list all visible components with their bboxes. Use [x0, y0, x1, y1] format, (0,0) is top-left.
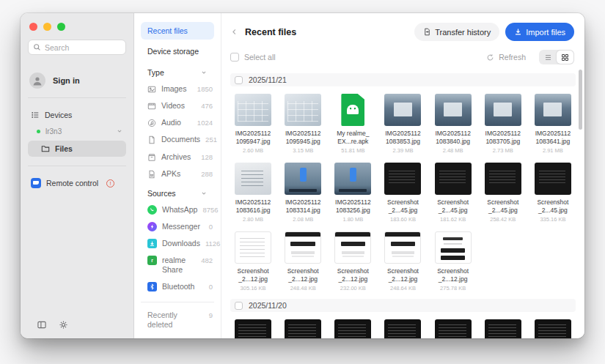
date-checkbox[interactable]: [235, 302, 243, 310]
file-card[interactable]: [530, 319, 576, 338]
file-card[interactable]: [230, 319, 276, 338]
source-item-messenger[interactable]: Messenger 0: [141, 218, 214, 235]
sidebar-item-remote-control[interactable]: Remote control !: [28, 175, 126, 191]
app-window: Sign in Devices lr3n3 Files Remote contr…: [21, 13, 584, 338]
thumbnail[interactable]: [334, 163, 371, 195]
search-input[interactable]: [45, 43, 121, 52]
refresh-label[interactable]: Refresh: [499, 53, 526, 62]
toggle-sidebar-icon[interactable]: [37, 320, 47, 330]
thumbnail[interactable]: [285, 231, 321, 264]
thumbnail[interactable]: [485, 319, 521, 338]
thumbnail[interactable]: [435, 231, 472, 264]
transfer-history-button[interactable]: Transfer history: [414, 23, 499, 41]
sign-in-button[interactable]: Sign in: [29, 73, 125, 89]
file-card[interactable]: [480, 319, 526, 338]
thumbnail[interactable]: [435, 163, 472, 195]
file-card[interactable]: Screenshot _2...12.jpg 248.48 KB: [280, 231, 326, 291]
thumbnail[interactable]: [485, 94, 521, 126]
source-item-whatsapp[interactable]: WhatsApp 8756: [141, 201, 214, 218]
type-item-documents[interactable]: Documents 251: [141, 131, 214, 148]
file-size: 258.42 KB: [490, 216, 516, 223]
file-card[interactable]: My realme_ EX...re.apk 51.81 MB: [330, 94, 375, 154]
scrollbar[interactable]: [579, 70, 582, 130]
thumbnail[interactable]: [235, 163, 271, 195]
file-card[interactable]: [330, 319, 375, 338]
file-card[interactable]: IMG2025112 1083616.jpg 2.80 MB: [230, 163, 276, 223]
file-card[interactable]: [380, 319, 425, 338]
list-view-button[interactable]: [540, 51, 557, 64]
file-card[interactable]: IMG2025112 1083705.jpg 2.73 MB: [480, 94, 526, 154]
thumbnail[interactable]: [341, 94, 364, 126]
file-card[interactable]: Screenshot _2...45.jpg 335.16 KB: [530, 163, 576, 223]
source-item-realme-share[interactable]: r realme Share 482: [141, 252, 214, 278]
thumbnail[interactable]: [535, 163, 571, 195]
close-button[interactable]: [29, 23, 37, 31]
thumbnail[interactable]: [384, 319, 421, 338]
file-card[interactable]: IMG2025112 1095945.jpg 3.15 MB: [280, 94, 326, 154]
thumbnail[interactable]: [285, 163, 321, 195]
type-item-archives[interactable]: Archives 128: [141, 149, 214, 166]
thumbnail[interactable]: [535, 94, 571, 126]
thumbnail[interactable]: [235, 94, 271, 126]
thumbnail[interactable]: [334, 231, 371, 264]
zoom-button[interactable]: [57, 23, 65, 31]
thumbnail[interactable]: [285, 319, 321, 338]
thumbnail[interactable]: [285, 94, 321, 126]
file-card[interactable]: Screenshot _2...12.jpg 248.64 KB: [380, 231, 425, 291]
select-all-checkbox[interactable]: [230, 53, 239, 62]
nav-item-recent-files[interactable]: Recent files: [141, 22, 214, 40]
thumbnail[interactable]: [235, 231, 271, 264]
thumbnail[interactable]: [384, 94, 421, 126]
file-card[interactable]: IMG2025112 1083314.jpg 2.08 MB: [280, 163, 326, 223]
gear-icon[interactable]: [59, 320, 68, 330]
type-item-audio[interactable]: Audio 1024: [141, 114, 214, 131]
type-icon: [147, 85, 156, 94]
search-box[interactable]: [28, 40, 126, 55]
source-item-bluetooth[interactable]: Bluetooth 0: [141, 278, 214, 295]
minimize-button[interactable]: [43, 23, 51, 31]
file-card[interactable]: IMG2025112 1095947.jpg 2.60 MB: [230, 94, 276, 154]
date-checkbox[interactable]: [235, 76, 243, 84]
file-card[interactable]: IMG2025112 1083853.jpg 2.39 MB: [380, 94, 425, 154]
thumbnail[interactable]: [334, 319, 371, 338]
thumbnail[interactable]: [435, 319, 472, 338]
sidebar-item-files[interactable]: Files: [28, 141, 126, 157]
type-item-videos[interactable]: Videos 476: [141, 97, 214, 114]
file-size: 335.16 KB: [540, 216, 565, 223]
thumbnail[interactable]: [384, 163, 421, 195]
file-card[interactable]: Screenshot _2...45.jpg 258.42 KB: [480, 163, 526, 223]
file-card[interactable]: [280, 319, 326, 338]
nav-item-device-storage[interactable]: Device storage: [141, 41, 214, 62]
nav-section-type[interactable]: Type: [141, 62, 214, 81]
nav-section-sources[interactable]: Sources: [141, 182, 214, 201]
thumbnail[interactable]: [235, 319, 271, 338]
file-size: 181.62 KB: [440, 216, 466, 223]
file-card[interactable]: [430, 319, 476, 338]
import-files-button[interactable]: Import files: [505, 23, 574, 41]
sidebar-item-devices[interactable]: Devices: [28, 107, 126, 123]
file-card[interactable]: IMG2025112 1083256.jpg 1.80 MB: [330, 163, 375, 223]
type-item-images[interactable]: Images 1850: [141, 81, 214, 97]
type-icon: [147, 119, 156, 127]
source-count: 482: [201, 256, 213, 264]
device-item[interactable]: lr3n3: [28, 123, 126, 139]
source-item-downloads[interactable]: Downloads 1126: [141, 235, 214, 252]
thumbnail[interactable]: [435, 94, 472, 126]
thumbnail[interactable]: [485, 163, 521, 195]
file-card[interactable]: Screenshot _2...45.jpg 183.60 KB: [380, 163, 425, 223]
chevron-down-icon[interactable]: [116, 127, 123, 135]
grid-view-button[interactable]: [557, 51, 573, 64]
file-card[interactable]: Screenshot _2...12.jpg 275.78 KB: [430, 231, 476, 291]
file-card[interactable]: IMG2025112 1083840.jpg 2.48 MB: [430, 94, 476, 154]
file-card[interactable]: Screenshot _2...12.jpg 232.00 KB: [330, 231, 375, 291]
refresh-icon[interactable]: [486, 53, 494, 62]
thumbnail[interactable]: [384, 231, 421, 264]
file-size: 2.73 MB: [493, 147, 513, 154]
file-card[interactable]: Screenshot _2...45.jpg 181.62 KB: [430, 163, 476, 223]
file-card[interactable]: IMG2025112 1083641.jpg 2.91 MB: [530, 94, 576, 154]
back-button[interactable]: [230, 28, 238, 36]
nav-item-recently-deleted[interactable]: Recently deleted 9: [141, 307, 214, 333]
thumbnail[interactable]: [535, 319, 571, 338]
type-item-apks[interactable]: APKs 288: [141, 166, 214, 182]
file-card[interactable]: Screenshot _2...12.jpg 305.16 KB: [230, 231, 276, 291]
